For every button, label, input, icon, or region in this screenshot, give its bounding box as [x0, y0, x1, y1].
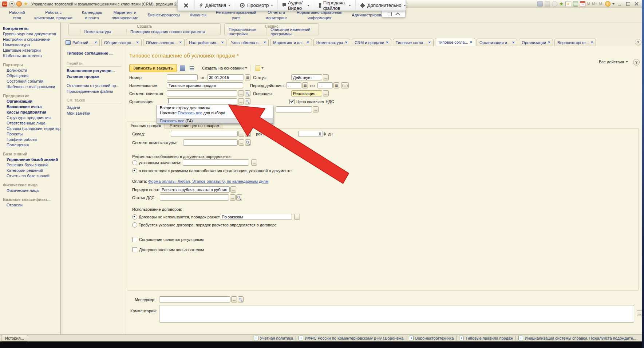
- tab-close-icon[interactable]: ×: [307, 40, 309, 44]
- nav-item[interactable]: Отклонения от условий пр...: [63, 83, 125, 88]
- date-calendar-button[interactable]: ▦: [245, 74, 250, 80]
- regular-agreement-checkbox[interactable]: [132, 237, 137, 242]
- tab-close-icon[interactable]: ×: [428, 40, 430, 44]
- period-to-calendar-button[interactable]: ▦: [333, 82, 339, 88]
- tabs-overflow-button[interactable]: [635, 39, 641, 46]
- remote-audio-video-menu[interactable]: Аудио/Видео: [277, 0, 313, 11]
- nav-item[interactable]: Задачи: [63, 104, 125, 110]
- document-tab[interactable]: Обмен электро... ×: [143, 39, 185, 46]
- manager-search-button[interactable]: [238, 296, 244, 302]
- warehouse-input[interactable]: [171, 131, 238, 137]
- tab-close-icon[interactable]: ×: [345, 40, 347, 44]
- command-item[interactable]: Помощник создания нового контрагента: [126, 29, 209, 34]
- nav-item[interactable]: Присоединенные файлы: [63, 88, 125, 94]
- operation-input[interactable]: Реализация: [291, 90, 322, 96]
- sidebar-item[interactable]: Номенклатура: [0, 42, 60, 47]
- client-segment-search-button[interactable]: [245, 90, 250, 96]
- memory-mplus-button[interactable]: M+: [592, 2, 597, 6]
- ribbon-tab[interactable]: Календарь и почта: [77, 9, 107, 21]
- document-tab[interactable]: Маркетинг и пл... ×: [270, 39, 312, 46]
- sidebar-item[interactable]: Обращения: [0, 73, 60, 78]
- history-button[interactable]: История...: [1, 335, 28, 341]
- document-tab[interactable]: Настройки син... ×: [186, 39, 226, 46]
- status-message[interactable]: i Типовые правила продаж: [456, 336, 515, 340]
- nav-item[interactable]: Перейти: [67, 61, 121, 67]
- tax-by-value-radio[interactable]: [132, 160, 137, 165]
- period-to-input[interactable]: . .: [317, 82, 333, 88]
- require-contract-radio[interactable]: [132, 222, 137, 228]
- document-tab[interactable]: Воронежторгте... ×: [554, 39, 596, 46]
- ribbon-tab[interactable]: Рабочий стол: [4, 9, 29, 21]
- sidebar-item[interactable]: Отчеты по базе знаний: [0, 173, 60, 178]
- untitled-input[interactable]: [276, 106, 312, 112]
- sidebar-item[interactable]: Склады (складские территор...: [0, 126, 60, 131]
- main-menu-button[interactable]: [9, 1, 15, 7]
- show-in-list-button[interactable]: [188, 64, 196, 72]
- delivery-days-input[interactable]: 0: [298, 131, 323, 137]
- sidebar-item[interactable]: Категории решений: [0, 167, 60, 173]
- dds-input[interactable]: [160, 194, 229, 201]
- sidebar-item[interactable]: Проекты: [0, 131, 60, 137]
- sidebar-item[interactable]: Шаблоны автотекста: [0, 53, 60, 58]
- ribbon-tab[interactable]: Регламентированный учет: [211, 9, 261, 21]
- print-icon[interactable]: [545, 1, 550, 7]
- close-button[interactable]: [633, 1, 640, 7]
- fullscreen-icon[interactable]: [388, 12, 392, 16]
- sidebar-item[interactable]: Состояния событий: [0, 78, 60, 84]
- status-input[interactable]: Действует: [291, 74, 322, 80]
- organization-select-button[interactable]: ...: [238, 98, 244, 104]
- command-item[interactable]: Персональные настройки: [225, 27, 266, 36]
- remote-minimized-tab[interactable]: [382, 11, 406, 17]
- date-input[interactable]: 30.01.2015: [207, 74, 244, 80]
- manager-input[interactable]: [159, 296, 230, 302]
- tab-close-icon[interactable]: ×: [548, 40, 550, 44]
- sidebar-item[interactable]: Отрасли: [0, 202, 60, 207]
- document-tab[interactable]: Узлы обмена с... ×: [228, 39, 269, 46]
- number-input[interactable]: [167, 74, 198, 80]
- period-from-calendar-button[interactable]: ▦: [302, 82, 308, 88]
- nav-item[interactable]: Типовое соглашение ...: [63, 50, 125, 58]
- vat-included-checkbox[interactable]: [289, 99, 295, 104]
- sidebar-item[interactable]: Графики работы: [0, 137, 60, 142]
- sidebar-item[interactable]: Банковские счета: [0, 104, 60, 109]
- untitled-select-button[interactable]: ...: [313, 106, 319, 112]
- create-based-button[interactable]: Создать на основании: [202, 66, 247, 70]
- nav-item[interactable]: См. также: [67, 98, 121, 103]
- restore-button[interactable]: [625, 1, 631, 7]
- status-select-button[interactable]: ...: [323, 74, 329, 80]
- tax-by-org-radio[interactable]: [132, 168, 137, 173]
- collapse-icon[interactable]: [395, 12, 400, 17]
- client-segment-select-button[interactable]: ...: [238, 90, 244, 96]
- document-tab[interactable]: Организации и... ×: [477, 39, 517, 46]
- help-button[interactable]: ?: [633, 59, 640, 66]
- document-tab[interactable]: CRM и продажи ×: [352, 39, 391, 46]
- organization-search-button[interactable]: [245, 98, 250, 104]
- pay-order-input[interactable]: Расчеты в рублях, оплата в рублях: [160, 186, 230, 193]
- sidebar-item[interactable]: Ответственные лица: [0, 120, 60, 126]
- info-icon[interactable]: i: [605, 1, 611, 7]
- calculator-icon[interactable]: [573, 1, 578, 7]
- period-from-input[interactable]: . .: [286, 82, 301, 88]
- save-button[interactable]: [178, 64, 186, 72]
- comment-textarea[interactable]: [159, 305, 634, 323]
- tax-value-input[interactable]: [183, 159, 249, 166]
- document-tab[interactable]: Общие настро... ×: [101, 39, 142, 46]
- sidebar-item[interactable]: Предприятие: [0, 93, 60, 98]
- sidebar-item[interactable]: Партнеры: [0, 62, 60, 67]
- nav-item[interactable]: Мои заметки: [63, 110, 125, 116]
- status-message[interactable]: i ИФНС России по Коминтерновскому р-ну г…: [296, 336, 406, 340]
- sidebar-item[interactable]: Контрагенты: [0, 25, 60, 31]
- tab-close-icon[interactable]: ×: [179, 40, 181, 44]
- warehouse-search-button[interactable]: [245, 131, 251, 137]
- period-range-button[interactable]: (↔): [341, 82, 349, 88]
- sidebar-item[interactable]: Организации: [0, 98, 60, 104]
- dds-select-button[interactable]: ...: [230, 194, 236, 201]
- tab-close-icon[interactable]: ×: [95, 40, 97, 44]
- spinner-buttons[interactable]: [324, 132, 326, 136]
- tab-close-icon[interactable]: ×: [591, 40, 593, 44]
- remote-file-transfer-menu[interactable]: Передача файлов: [314, 0, 355, 11]
- remote-view-menu[interactable]: Просмотр: [235, 0, 277, 11]
- tab-close-icon[interactable]: ×: [221, 40, 224, 44]
- external-users-checkbox[interactable]: [132, 247, 137, 252]
- save-close-button[interactable]: Записать и закрыть: [129, 64, 177, 72]
